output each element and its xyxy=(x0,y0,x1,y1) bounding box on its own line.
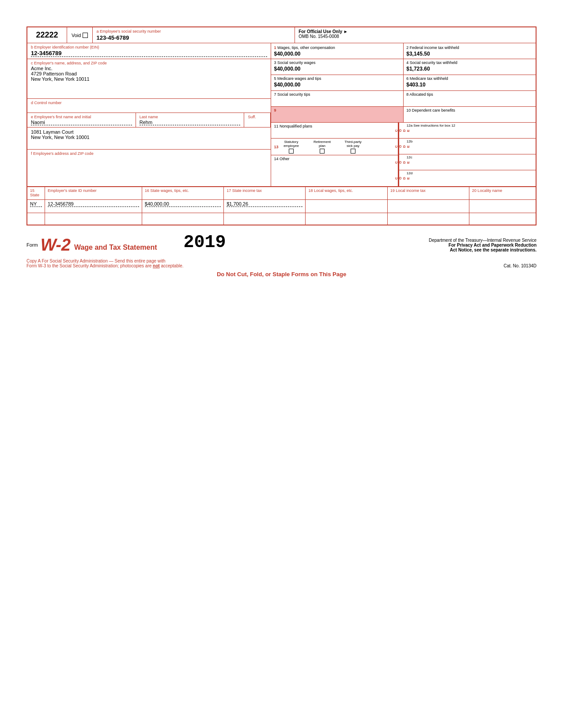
state-id-value: 12-3456789 xyxy=(48,201,139,207)
dept-label: Department of the Treasury—Internal Reve… xyxy=(429,238,537,243)
state-val-16: $40,000.00 xyxy=(142,200,224,213)
state-val-20 xyxy=(469,200,536,213)
employee-first: Naomi xyxy=(31,120,132,125)
statutory-checkbox[interactable] xyxy=(289,149,294,154)
void-label: Void xyxy=(72,33,81,38)
row-1-2: 1 Wages, tips, other compensation $40,00… xyxy=(271,43,536,59)
box-12d-label: 12d xyxy=(407,171,534,175)
box-7-cell: 7 Social security tips xyxy=(271,91,404,106)
row-7-8: 7 Social security tips 8 Allocated tips xyxy=(271,91,536,107)
state-values-row: NY 12-3456789 $40,000.00 $1,700.26 xyxy=(27,200,536,213)
checkbox-group: Statutory employee Retirement plan Third… xyxy=(280,140,364,154)
box-9-num: 9 xyxy=(274,108,401,113)
form-word: Form xyxy=(26,242,38,248)
box-1-value: $40,000.00 xyxy=(274,51,401,57)
box-17-label: 17 State income tax xyxy=(227,188,302,193)
left-column: b Employer identification number (EIN) 1… xyxy=(27,43,271,186)
retirement-checkbox[interactable] xyxy=(320,149,325,154)
box-12c-cell: CODE 12c xyxy=(399,154,536,170)
first-name-cell: e Employee's first name and initial Naom… xyxy=(27,113,136,127)
box-11-label: 11 Nonqualified plans xyxy=(274,124,395,128)
form-code-value: 22222 xyxy=(36,30,58,40)
box-4-label: 4 Social security tax withheld xyxy=(406,60,533,65)
ssn-label: a Employee's social security number xyxy=(96,29,291,34)
box-c-cell: c Employer's name, address, and ZIP code… xyxy=(27,59,271,99)
box-12b-label: 12b xyxy=(407,139,534,143)
box-f-label: f Employee's address and ZIP code xyxy=(31,151,267,156)
box-19-header: 19 Local income tax xyxy=(388,187,469,199)
bottom-section: Form W-2 Wage and Tax Statement 2019 Dep… xyxy=(26,225,537,257)
top-header-row: 22222 Void a Employee's social security … xyxy=(27,27,536,43)
statutory-label: Statutory employee xyxy=(280,140,302,148)
box-1-label: Wages, tips, other compensation xyxy=(276,45,335,50)
box-10-label: 10 Dependent care benefits xyxy=(406,108,533,113)
state-extra-17 xyxy=(224,213,306,225)
row-11-12a: 11 Nonqualified plans 13 Statutory emplo… xyxy=(271,123,536,186)
w2-logo: Form W-2 xyxy=(26,236,71,253)
box-5-label: 5 Medicare wages and tips xyxy=(274,76,401,81)
box-20-label: 20 Locality name xyxy=(472,188,533,193)
main-grid: b Employer identification number (EIN) 1… xyxy=(27,43,536,187)
name-row: e Employee's first name and initial Naom… xyxy=(27,113,271,128)
row-5-6: 5 Medicare wages and tips $40,000.00 6 M… xyxy=(271,75,536,91)
state-val-17: $1,700.26 xyxy=(224,200,306,213)
box-d-label: d Control number xyxy=(31,101,267,105)
box-12a-cell: CODE 12a See instructions for box 12 xyxy=(399,123,536,139)
box-12c-alpha: CODE xyxy=(399,154,405,170)
box-12d-content: 12d xyxy=(405,170,536,186)
box-2-label: 2 Federal income tax withheld xyxy=(406,45,459,50)
col-12: CODE 12a See instructions for box 12 COD… xyxy=(398,123,536,186)
state-extra-18 xyxy=(306,213,387,225)
omb-number: OMB No. 1545-0008 xyxy=(299,34,532,39)
box-9-cell: 9 xyxy=(271,107,404,122)
void-cell: Void xyxy=(67,27,93,43)
form-code: 22222 xyxy=(27,27,67,43)
box-12a-alpha: CODE xyxy=(399,123,405,138)
box-4-cell: 4 Social security tax withheld $1,723.60 xyxy=(404,59,536,75)
box-8-cell: 8 Allocated tips xyxy=(404,91,536,106)
official-use-cell: For Official Use Only ► OMB No. 1545-000… xyxy=(295,27,536,43)
copy-a-line2: Form W-3 to the Social Security Administ… xyxy=(26,263,151,268)
box-17-value: $1,700.26 xyxy=(227,201,302,207)
box-12a-content: 12a See instructions for box 12 xyxy=(405,123,536,138)
box-6-label: 6 Medicare tax withheld xyxy=(406,76,533,81)
first-name-label: e Employee's first name and initial xyxy=(31,115,132,119)
box-17-header: 17 State income tax xyxy=(224,187,306,199)
state-id-label: Employer's state ID number xyxy=(48,188,139,193)
ssn-cell: a Employee's social security number 123-… xyxy=(93,27,295,43)
box-13-cell: 13 Statutory employee Retirement plan xyxy=(271,139,397,155)
void-checkbox[interactable] xyxy=(83,33,88,38)
state-val-15: NY xyxy=(27,200,45,213)
privacy-label: For Privacy Act and Paperwork Reduction xyxy=(429,243,537,248)
employee-last: Rehm xyxy=(140,120,241,125)
box-12c-content: 12c xyxy=(405,154,536,170)
employee-addr2: New York, New York 10001 xyxy=(31,135,267,140)
state-extra-row xyxy=(27,213,536,225)
box-12a-label: 12a See instructions for box 12 xyxy=(407,124,534,128)
box-5-value: $40,000.00 xyxy=(274,82,401,88)
employee-addr1: 1081 Layman Court xyxy=(31,129,267,135)
box-7-label: 7 Social security tips xyxy=(274,92,401,97)
employer-addr2: New York, New York 10011 xyxy=(31,76,267,82)
thirdparty-checkbox-item: Third-party sick pay xyxy=(342,140,364,154)
box-10-cell: 10 Dependent care benefits xyxy=(404,107,536,122)
box-f-cell: f Employee's address and ZIP code xyxy=(27,150,271,161)
copy-notice: Copy A For Social Security Administratio… xyxy=(26,257,537,269)
box-12b-content: 12b xyxy=(405,139,536,154)
row-3-4: 3 Social security wages $40,000.00 4 Soc… xyxy=(271,59,536,75)
employer-name: Acme Inc. xyxy=(31,66,267,71)
state-col-15-header: 15 State xyxy=(27,187,45,199)
suff-cell: Suff. xyxy=(244,113,271,127)
state-header-row: 15 State Employer's state ID number 16 S… xyxy=(27,187,536,200)
box-13-num: 13 xyxy=(274,145,278,149)
retirement-checkbox-item: Retirement plan xyxy=(311,140,333,154)
thirdparty-checkbox[interactable] xyxy=(351,149,355,154)
box-12d-cell: CODE 12d xyxy=(399,170,536,186)
box-d-cell: d Control number xyxy=(27,99,271,113)
last-name-label: Last name xyxy=(140,115,241,119)
box-16-header: 16 State wages, tips, etc. xyxy=(142,187,224,199)
w2-form: 22222 Void a Employee's social security … xyxy=(26,26,537,225)
suff-label: Suff. xyxy=(248,115,267,119)
state-extra-20 xyxy=(469,213,536,225)
right-column: 1 Wages, tips, other compensation $40,00… xyxy=(271,43,536,186)
